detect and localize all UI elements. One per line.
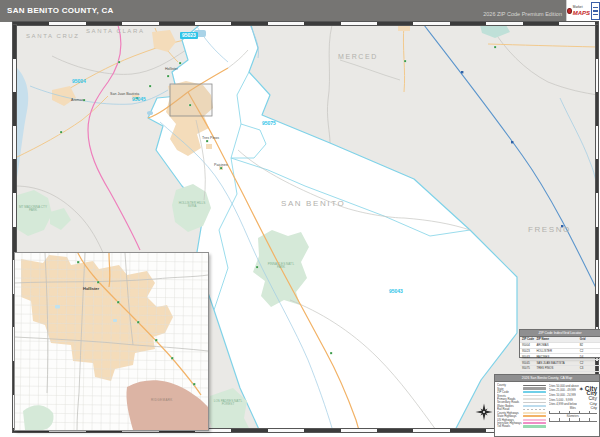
inset-canvas <box>15 253 208 430</box>
lake <box>194 30 206 37</box>
legend-line-sample <box>523 405 546 407</box>
legend-city-symbols: Cities 50,000 and above✶CityCities 25,00… <box>549 384 597 429</box>
legend-line-sample <box>523 385 546 386</box>
cell: HOLLISTER <box>536 349 579 353</box>
legend-line-symbols: CountyStateZIP CodeStreetsPrimary RoadsS… <box>497 384 546 429</box>
zip-index-row: 95075TRES PINOSC3 <box>520 366 600 372</box>
legend-line-sample <box>523 387 546 390</box>
scale-bar-line <box>549 411 597 415</box>
scale-bars: MilesKilometers <box>549 406 597 421</box>
legend-row: Toll Roads <box>497 425 546 428</box>
large-city-icon: ✶ <box>579 386 584 392</box>
cell: 95004 <box>522 343 536 347</box>
cell: C2 <box>580 349 598 353</box>
inset-pond <box>113 319 117 322</box>
scale-bar: Kilometers <box>549 416 597 422</box>
legend-city-label: Cities 10,000 - 24,999 <box>549 393 576 397</box>
zip-index-panel: ZIP Code Index/Grid Locator ZIP CodeZIP … <box>519 329 600 358</box>
legend-line-sample <box>523 409 546 410</box>
legend-city-label: Cities 5,000 - 9,999 <box>549 398 573 402</box>
legend-line-sample <box>523 398 546 400</box>
cell: TRES PINOS <box>536 366 579 370</box>
cell: SAN JUAN BAUTISTA <box>536 361 579 365</box>
cell: D4 <box>580 355 598 359</box>
legend-line-sample <box>523 395 546 396</box>
legend-city-label: Cities 25,000 - 49,999 <box>549 388 576 392</box>
cell: 95043 <box>522 355 536 359</box>
cell: 95023 <box>522 349 536 353</box>
compass-rose-icon <box>475 403 493 421</box>
cell: 95045 <box>522 361 536 365</box>
scale-bar: Miles <box>549 408 597 414</box>
cell: AROMAS <box>536 343 579 347</box>
cell: PAICINES <box>536 355 579 359</box>
cell: C3 <box>580 366 598 370</box>
cell: 95075 <box>522 366 536 370</box>
legend-panel: 2026 San Benito County, CA Map CountySta… <box>494 374 600 437</box>
cell: C2 <box>580 361 598 365</box>
legend-line-sample <box>523 412 546 414</box>
legend-city-label: Cities 50,000 and above <box>549 384 579 388</box>
grid-ruler-top <box>13 22 598 25</box>
legend-line-sample <box>523 425 546 427</box>
lake <box>147 111 153 115</box>
legend-line-sample <box>523 402 546 403</box>
hollister-inset-map: HollisterRIDGEMARK <box>14 252 209 431</box>
zip-index-title: ZIP Code Index/Grid Locator <box>520 330 600 337</box>
legend-line-sample <box>523 415 546 417</box>
column-header: ZIP Code <box>522 337 536 341</box>
inset-extent-box <box>170 84 212 116</box>
cell: B2 <box>580 343 598 347</box>
legend-line-sample <box>523 422 546 424</box>
inset-pond <box>55 305 60 309</box>
map-document: SAN BENITO COUNTY, CA 2026 ZIP Code Prem… <box>0 0 600 437</box>
zip-index-table: ZIP CodeZIP NameGrid95004AROMASB295023HO… <box>520 337 600 372</box>
legend-line-sample <box>523 419 546 421</box>
legend-item-label: Toll Roads <box>497 424 523 428</box>
scale-bar-line <box>549 418 597 422</box>
column-header: ZIP Name <box>536 337 579 341</box>
legend-line-sample <box>523 391 546 392</box>
column-header: Grid <box>580 337 598 341</box>
